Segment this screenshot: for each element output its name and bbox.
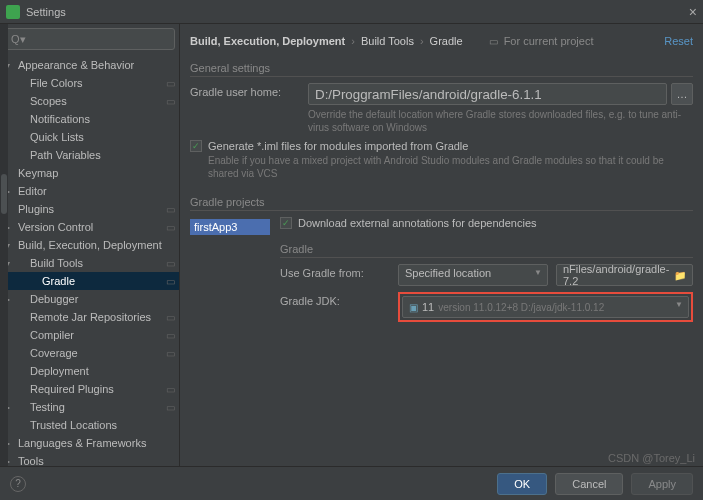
tree-item-keymap[interactable]: Keymap [0, 164, 179, 182]
tree-item-label: Appearance & Behavior [18, 59, 134, 71]
tree-item-coverage[interactable]: Coverage▭ [0, 344, 179, 362]
close-icon[interactable]: × [689, 4, 697, 20]
scope-icon: ▭ [166, 78, 175, 89]
chevron-down-icon: ▼ [675, 300, 683, 309]
scope-icon: ▭ [166, 402, 175, 413]
scroll-thumb[interactable] [1, 174, 7, 214]
tree-item-label: Build Tools [30, 257, 83, 269]
download-annotations-label: Download external annotations for depend… [298, 217, 537, 229]
gradle-home-input[interactable] [308, 83, 667, 105]
scope-icon: ▭ [166, 348, 175, 359]
window-title: Settings [26, 6, 66, 18]
tree-item-label: Gradle [42, 275, 75, 287]
tree-item-file-colors[interactable]: File Colors▭ [0, 74, 179, 92]
folder-icon[interactable]: 📁 [674, 270, 686, 281]
crumb-tools[interactable]: Build Tools [361, 35, 414, 47]
content-panel: Build, Execution, Deployment › Build Too… [180, 24, 703, 476]
gradle-subsection-title: Gradle [280, 243, 693, 258]
projects-list[interactable]: firstApp3 [190, 217, 270, 328]
project-icon: ▭ [489, 36, 498, 47]
tree-item-label: Trusted Locations [30, 419, 117, 431]
scope-icon: ▭ [166, 258, 175, 269]
tree-item-label: Build, Execution, Deployment [18, 239, 162, 251]
general-section-title: General settings [190, 62, 693, 77]
tree-item-label: Scopes [30, 95, 67, 107]
apply-button[interactable]: Apply [631, 473, 693, 495]
project-item[interactable]: firstApp3 [190, 219, 270, 235]
download-annotations-checkbox[interactable] [280, 217, 292, 229]
tree-item-label: Editor [18, 185, 47, 197]
tree-item-label: Coverage [30, 347, 78, 359]
tree-item-scopes[interactable]: Scopes▭ [0, 92, 179, 110]
tree-item-deployment[interactable]: Deployment [0, 362, 179, 380]
tree-item-quick-lists[interactable]: Quick Lists [0, 128, 179, 146]
chevron-right-icon: › [420, 35, 424, 47]
iml-help-text: Enable if you have a mixed project with … [208, 154, 693, 180]
cancel-button[interactable]: Cancel [555, 473, 623, 495]
titlebar: Settings × [0, 0, 703, 24]
sdk-icon: ▣ [409, 302, 418, 313]
tree-item-notifications[interactable]: Notifications [0, 110, 179, 128]
tree-item-label: Version Control [18, 221, 93, 233]
jdk-label: Gradle JDK: [280, 292, 390, 307]
sidebar: Q▾ Appearance & BehaviorFile Colors▭Scop… [0, 24, 180, 476]
tree-item-label: Compiler [30, 329, 74, 341]
scope-icon: ▭ [166, 204, 175, 215]
tree-item-label: Debugger [30, 293, 78, 305]
scope-icon: ▭ [166, 222, 175, 233]
tree-item-languages-frameworks[interactable]: Languages & Frameworks [0, 434, 179, 452]
browse-button[interactable]: … [671, 83, 693, 105]
tree-item-gradle[interactable]: Gradle▭ [0, 272, 179, 290]
from-label: Use Gradle from: [280, 264, 390, 279]
tree-item-label: File Colors [30, 77, 83, 89]
search-placeholder: Q▾ [11, 33, 26, 46]
scope-icon: ▭ [166, 384, 175, 395]
help-icon[interactable]: ? [10, 476, 26, 492]
home-label: Gradle user home: [190, 83, 300, 98]
chevron-right-icon: › [351, 35, 355, 47]
tree-item-trusted-locations[interactable]: Trusted Locations [0, 416, 179, 434]
tree-item-label: Remote Jar Repositories [30, 311, 151, 323]
tree-item-label: Plugins [18, 203, 54, 215]
tree-item-remote-jar-repositories[interactable]: Remote Jar Repositories▭ [0, 308, 179, 326]
scope-label: For current project [504, 35, 594, 47]
tree-item-label: Quick Lists [30, 131, 84, 143]
gradle-path-input[interactable]: nFiles/android/gradle-7.2 📁 [556, 264, 693, 286]
projects-section-title: Gradle projects [190, 196, 693, 211]
settings-tree: Appearance & BehaviorFile Colors▭Scopes▭… [0, 54, 179, 476]
tree-item-version-control[interactable]: Version Control▭ [0, 218, 179, 236]
tree-item-label: Required Plugins [30, 383, 114, 395]
tree-item-build-execution-deployment[interactable]: Build, Execution, Deployment [0, 236, 179, 254]
breadcrumb: Build, Execution, Deployment › Build Too… [190, 30, 693, 52]
tree-item-compiler[interactable]: Compiler▭ [0, 326, 179, 344]
search-input[interactable]: Q▾ [4, 28, 175, 50]
tree-item-label: Path Variables [30, 149, 101, 161]
crumb-root[interactable]: Build, Execution, Deployment [190, 35, 345, 47]
tree-item-build-tools[interactable]: Build Tools▭ [0, 254, 179, 272]
chevron-down-icon: ▼ [534, 268, 542, 277]
iml-checkbox[interactable] [190, 140, 202, 152]
tree-item-plugins[interactable]: Plugins▭ [0, 200, 179, 218]
tree-item-appearance-behavior[interactable]: Appearance & Behavior [0, 56, 179, 74]
outer-scrollbar[interactable] [0, 24, 8, 500]
jdk-highlight-box: ▣ 11 version 11.0.12+8 D:/java/jdk-11.0.… [398, 292, 693, 322]
home-help-text: Override the default location where Grad… [308, 108, 693, 134]
reset-link[interactable]: Reset [664, 35, 693, 47]
iml-label: Generate *.iml files for modules importe… [208, 140, 468, 152]
crumb-gradle[interactable]: Gradle [430, 35, 463, 47]
footer: ? OK Cancel Apply [0, 466, 703, 500]
watermark: CSDN @Torey_Li [608, 452, 695, 464]
tree-item-path-variables[interactable]: Path Variables [0, 146, 179, 164]
tree-item-required-plugins[interactable]: Required Plugins▭ [0, 380, 179, 398]
tree-item-label: Testing [30, 401, 65, 413]
tree-item-label: Languages & Frameworks [18, 437, 146, 449]
tree-item-label: Notifications [30, 113, 90, 125]
gradle-from-select[interactable]: Specified location [398, 264, 548, 286]
ok-button[interactable]: OK [497, 473, 547, 495]
gradle-jdk-select[interactable]: ▣ 11 version 11.0.12+8 D:/java/jdk-11.0.… [402, 296, 689, 318]
scope-icon: ▭ [166, 312, 175, 323]
tree-item-testing[interactable]: Testing▭ [0, 398, 179, 416]
scope-icon: ▭ [166, 330, 175, 341]
tree-item-editor[interactable]: Editor [0, 182, 179, 200]
tree-item-debugger[interactable]: Debugger [0, 290, 179, 308]
